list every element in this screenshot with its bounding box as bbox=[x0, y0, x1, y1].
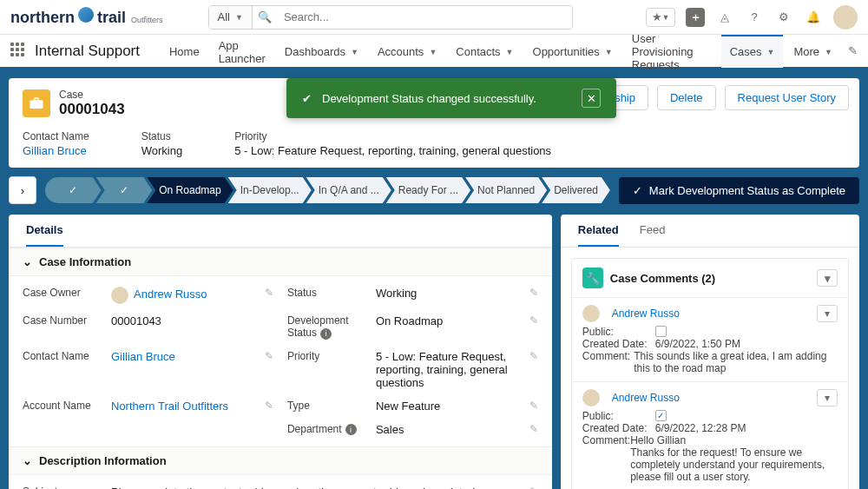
fv-subject: Please update the contact address when t… bbox=[111, 486, 519, 490]
section-case-information[interactable]: ⌄ Case Information bbox=[9, 248, 552, 276]
comment-created-date: 6/9/2022, 12:28 PM bbox=[655, 422, 746, 434]
notifications-bell-icon[interactable]: 🔔 bbox=[804, 8, 823, 27]
hf-priority-value: 5 - Low: Feature Request, reporting, tra… bbox=[234, 144, 551, 157]
edit-pencil-icon[interactable]: ✎ bbox=[529, 314, 538, 327]
global-search[interactable]: All ▼ 🔍 bbox=[208, 5, 573, 30]
favorites-button[interactable]: ★ ▼ bbox=[646, 8, 675, 27]
edit-nav-pencil-icon[interactable]: ✎ bbox=[848, 44, 858, 57]
setup-gear-icon[interactable]: ⚙ bbox=[774, 8, 793, 27]
record-highlights-panel: ✔ Development Status changed successfull… bbox=[9, 78, 859, 168]
trailhead-icon[interactable]: ◬ bbox=[715, 8, 734, 27]
nav-tab-app-launcher[interactable]: App Launcher bbox=[210, 35, 274, 68]
edit-pencil-icon[interactable]: ✎ bbox=[265, 350, 273, 362]
request-user-story-button[interactable]: Request User Story bbox=[725, 85, 849, 110]
path-component: › ✓ ✓ On Roadmap In-Develop... In Q/A an… bbox=[9, 176, 859, 204]
public-checkbox bbox=[655, 326, 667, 337]
edit-pencil-icon[interactable]: ✎ bbox=[529, 486, 538, 490]
path-stage-0[interactable]: ✓ bbox=[45, 177, 102, 203]
logo-text-2: trail bbox=[97, 9, 126, 27]
global-header: northern trail Outfitters All ▼ 🔍 ★ ▼ ＋ … bbox=[0, 0, 868, 35]
fl-account-name: Account Name bbox=[23, 400, 101, 412]
toast-close-button[interactable]: ✕ bbox=[582, 89, 601, 108]
nav-tab-cases[interactable]: Cases▼ bbox=[721, 35, 784, 68]
comment-body: Hello Gillian Thanks for the request! To… bbox=[630, 434, 838, 489]
hf-status-label: Status bbox=[141, 130, 182, 142]
app-launcher-icon[interactable] bbox=[10, 43, 28, 60]
tab-related[interactable]: Related bbox=[578, 223, 619, 247]
edit-pencil-icon[interactable]: ✎ bbox=[265, 287, 273, 299]
path-stage-not-planned[interactable]: Not Planned bbox=[465, 177, 547, 203]
avatar-icon bbox=[582, 389, 600, 406]
nav-tab-opportunities[interactable]: Opportunities▼ bbox=[524, 35, 621, 68]
comment-created-date: 6/9/2022, 1:50 PM bbox=[655, 338, 740, 350]
path-stage-on-roadmap[interactable]: On Roadmap bbox=[147, 177, 233, 203]
nav-tab-user-provisioning[interactable]: User Provisioning Requests bbox=[623, 35, 720, 68]
case-comments-card: 🔧 Case Comments (2) ▾ Andrew Russo ▾ Pub… bbox=[571, 258, 849, 489]
nav-tab-home[interactable]: Home bbox=[161, 35, 208, 68]
tab-feed[interactable]: Feed bbox=[640, 223, 666, 247]
hf-contact-value[interactable]: Gillian Bruce bbox=[23, 144, 89, 157]
record-page: ✔ Development Status changed successfull… bbox=[0, 69, 868, 489]
section-description-information[interactable]: ⌄ Description Information bbox=[9, 446, 552, 475]
fl-department: Departmenti bbox=[287, 423, 365, 436]
path-stage-1[interactable]: ✓ bbox=[96, 177, 153, 203]
check-icon: ✓ bbox=[633, 184, 642, 197]
hf-contact-label: Contact Name bbox=[23, 130, 89, 142]
fv-account-name[interactable]: Northern Trail Outfitters bbox=[111, 400, 254, 413]
info-icon[interactable]: i bbox=[345, 424, 357, 435]
mark-complete-button[interactable]: ✓ Mark Development Status as Complete bbox=[619, 177, 859, 204]
comment-body: This sounds like a great idea, I am addi… bbox=[634, 350, 838, 374]
hf-priority-label: Priority bbox=[234, 130, 551, 142]
logo-text-1: northern bbox=[10, 9, 75, 27]
comment-menu-button[interactable]: ▾ bbox=[817, 389, 838, 406]
fl-status: Status bbox=[287, 287, 365, 299]
logo-subtext: Outfitters bbox=[131, 16, 163, 24]
tab-details[interactable]: Details bbox=[26, 223, 63, 247]
edit-pencil-icon[interactable]: ✎ bbox=[529, 423, 538, 435]
org-logo: northern trail Outfitters bbox=[10, 7, 163, 27]
path-stage-delivered[interactable]: Delivered bbox=[542, 177, 610, 203]
delete-button[interactable]: Delete bbox=[657, 85, 716, 110]
path-stage-ready-for[interactable]: Ready For ... bbox=[386, 177, 470, 203]
fv-type: New Feature bbox=[376, 400, 519, 413]
caret-down-icon: ▼ bbox=[235, 13, 243, 22]
related-panel: Related Feed 🔧 Case Comments (2) ▾ Andre… bbox=[561, 215, 859, 489]
edit-pencil-icon[interactable]: ✎ bbox=[529, 400, 538, 412]
path-expand-button[interactable]: › bbox=[9, 176, 36, 204]
case-comments-title: Case Comments (2) bbox=[610, 272, 715, 285]
nav-tab-accounts[interactable]: Accounts▼ bbox=[369, 35, 445, 68]
case-comment-item: Andrew Russo ▾ Public:✓ Created Date:6/9… bbox=[572, 382, 848, 489]
success-check-icon: ✔ bbox=[302, 92, 312, 105]
nav-tab-more[interactable]: More▼ bbox=[785, 35, 841, 68]
fv-contact-name[interactable]: Gillian Bruce bbox=[111, 350, 254, 363]
card-actions-button[interactable]: ▾ bbox=[817, 269, 838, 287]
info-icon[interactable]: i bbox=[320, 328, 332, 340]
fl-contact-name: Contact Name bbox=[23, 350, 101, 362]
comment-menu-button[interactable]: ▾ bbox=[817, 305, 838, 322]
search-scope-selector[interactable]: All ▼ bbox=[209, 6, 253, 29]
help-icon[interactable]: ? bbox=[745, 8, 764, 27]
comment-author-link[interactable]: Andrew Russo bbox=[612, 307, 680, 320]
global-create-button[interactable]: ＋ bbox=[686, 8, 705, 27]
user-avatar[interactable] bbox=[833, 5, 858, 30]
edit-pencil-icon[interactable]: ✎ bbox=[529, 350, 538, 362]
search-input[interactable] bbox=[277, 6, 572, 29]
case-owner-link[interactable]: Andrew Russo bbox=[134, 287, 207, 301]
fv-dev-status: On Roadmap bbox=[376, 314, 519, 327]
record-number: 00001043 bbox=[59, 101, 125, 117]
edit-pencil-icon[interactable]: ✎ bbox=[529, 287, 538, 299]
hf-status-value: Working bbox=[141, 144, 182, 157]
case-comments-icon: 🔧 bbox=[582, 268, 603, 288]
case-comment-item: Andrew Russo ▾ Public: Created Date:6/9/… bbox=[572, 298, 848, 382]
fv-status: Working bbox=[376, 287, 519, 300]
edit-pencil-icon[interactable]: ✎ bbox=[265, 400, 273, 412]
path-stage-in-develop[interactable]: In-Develop... bbox=[228, 177, 312, 203]
nav-tab-dashboards[interactable]: Dashboards▼ bbox=[276, 35, 367, 68]
path-stage-in-qa[interactable]: In Q/A and ... bbox=[306, 177, 391, 203]
avatar-icon bbox=[111, 287, 128, 304]
nav-tab-contacts[interactable]: Contacts▼ bbox=[447, 35, 522, 68]
fv-priority: 5 - Low: Feature Request, reporting, tra… bbox=[376, 350, 519, 389]
comment-author-link[interactable]: Andrew Russo bbox=[612, 392, 680, 404]
fl-priority: Priority bbox=[287, 350, 365, 362]
case-object-icon bbox=[23, 89, 50, 117]
